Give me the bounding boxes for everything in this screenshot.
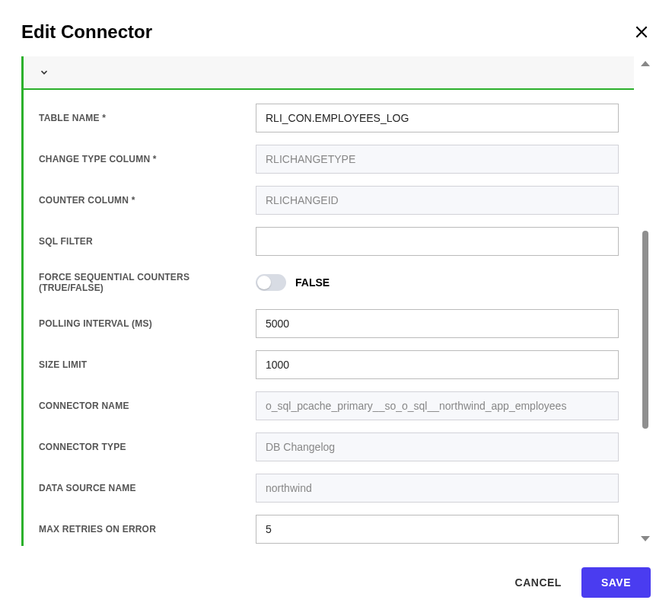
field-change-type-column: CHANGE TYPE COLUMN * xyxy=(39,145,619,174)
field-sql-filter: SQL FILTER xyxy=(39,227,619,256)
input-data-source-name xyxy=(256,474,619,503)
chevron-down-icon xyxy=(39,67,49,78)
field-polling-interval: POLLING INTERVAL (MS) xyxy=(39,309,619,338)
toggle-knob xyxy=(257,276,271,289)
section-header[interactable] xyxy=(24,56,634,90)
modal-header: Edit Connector xyxy=(0,0,672,56)
label-force-sequential: FORCE SEQUENTIAL COUNTERS (TRUE/FALSE) xyxy=(39,272,256,293)
label-polling-interval: POLLING INTERVAL (MS) xyxy=(39,318,256,329)
field-connector-type: CONNECTOR TYPE xyxy=(39,432,619,461)
label-connector-type: CONNECTOR TYPE xyxy=(39,442,256,452)
scroll-up-icon[interactable] xyxy=(641,61,650,66)
input-size-limit[interactable] xyxy=(256,350,619,379)
form-panel: TABLE NAME * CHANGE TYPE COLUMN * COUNTE… xyxy=(21,56,634,546)
edit-connector-modal: Edit Connector TABLE NAME * CHANGE TYPE … xyxy=(0,0,672,616)
modal-footer: CANCEL SAVE xyxy=(0,546,672,616)
scrollbar[interactable] xyxy=(640,56,651,546)
scroll-thumb[interactable] xyxy=(642,231,648,429)
label-data-source-name: DATA SOURCE NAME xyxy=(39,483,256,493)
input-polling-interval[interactable] xyxy=(256,309,619,338)
field-connector-name: CONNECTOR NAME xyxy=(39,391,619,420)
toggle-force-sequential[interactable] xyxy=(256,274,286,291)
close-button[interactable] xyxy=(632,23,651,41)
label-sql-filter: SQL FILTER xyxy=(39,236,256,247)
label-table-name: TABLE NAME * xyxy=(39,113,256,123)
field-size-limit: SIZE LIMIT xyxy=(39,350,619,379)
input-counter-column xyxy=(256,186,619,215)
modal-title: Edit Connector xyxy=(21,21,152,43)
scroll-down-icon[interactable] xyxy=(641,536,650,541)
field-data-source-name: DATA SOURCE NAME xyxy=(39,474,619,503)
label-counter-column: COUNTER COLUMN * xyxy=(39,195,256,206)
cancel-button[interactable]: CANCEL xyxy=(515,576,562,589)
input-sql-filter[interactable] xyxy=(256,227,619,256)
close-icon xyxy=(634,24,649,40)
input-table-name[interactable] xyxy=(256,104,619,132)
input-connector-type xyxy=(256,432,619,461)
form-body: TABLE NAME * CHANGE TYPE COLUMN * COUNTE… xyxy=(24,90,634,546)
scroll-track[interactable] xyxy=(642,71,648,531)
label-max-retries-error: MAX RETRIES ON ERROR xyxy=(39,524,256,535)
field-max-retries-error: MAX RETRIES ON ERROR xyxy=(39,515,619,544)
label-connector-name: CONNECTOR NAME xyxy=(39,401,256,411)
label-change-type-column: CHANGE TYPE COLUMN * xyxy=(39,154,256,164)
modal-content: TABLE NAME * CHANGE TYPE COLUMN * COUNTE… xyxy=(0,56,672,546)
input-connector-name xyxy=(256,391,619,420)
field-force-sequential-counters: FORCE SEQUENTIAL COUNTERS (TRUE/FALSE) F… xyxy=(39,268,619,297)
field-counter-column: COUNTER COLUMN * xyxy=(39,186,619,215)
toggle-value-label: FALSE xyxy=(295,276,330,289)
save-button[interactable]: SAVE xyxy=(581,567,651,598)
input-change-type-column xyxy=(256,145,619,174)
field-table-name: TABLE NAME * xyxy=(39,104,619,132)
input-max-retries-error[interactable] xyxy=(256,515,619,544)
label-size-limit: SIZE LIMIT xyxy=(39,359,256,370)
